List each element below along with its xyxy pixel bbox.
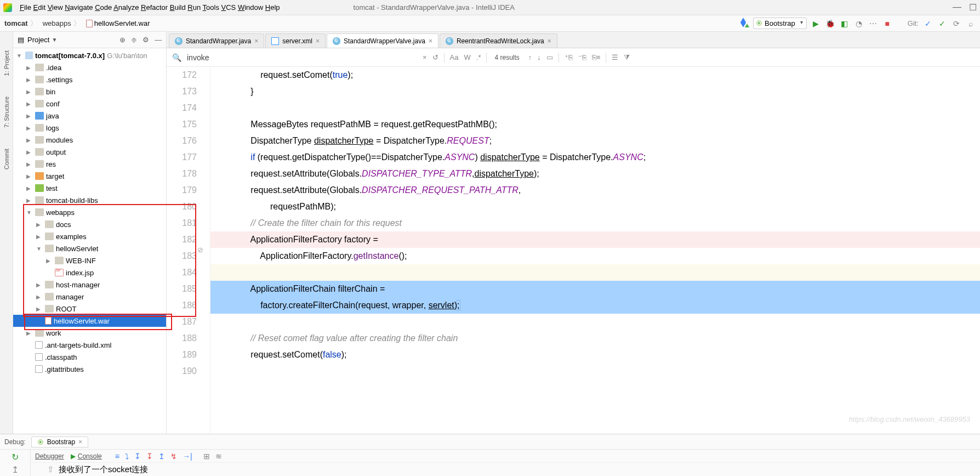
tree-item[interactable]: ▶bin [13, 86, 166, 98]
attach-icon[interactable]: ⋯ [868, 19, 878, 28]
select-all-icon[interactable]: ▭ [546, 53, 553, 61]
tree-item[interactable]: ▶conf [13, 98, 166, 110]
sidebar-dropdown-icon[interactable]: ▼ [52, 37, 57, 43]
find-close-icon[interactable]: × [423, 53, 427, 61]
code-line[interactable]: ApplicationFilterFactory.getInstance(); [210, 248, 980, 264]
code-line[interactable]: ApplicationFilterFactory factory = [210, 231, 980, 248]
tree-item[interactable]: ▶host-manager [13, 279, 166, 291]
line-number[interactable]: 185 [167, 281, 197, 297]
menu-tools[interactable]: Tools [203, 3, 219, 12]
code-line[interactable]: // Reset comet flag value after creating… [210, 330, 980, 347]
line-number[interactable]: 178 [167, 166, 197, 182]
code-line[interactable]: ApplicationFilterChain filterChain = [210, 281, 980, 297]
code-line[interactable]: request.setAttribute(Globals.DISPATCHER_… [210, 166, 980, 182]
select-all-occurrences-icon[interactable]: ⎘≡ [592, 53, 601, 61]
editor-tab[interactable]: server.xml× [265, 33, 326, 48]
filter-icon[interactable]: ☰ [612, 53, 618, 61]
match-case-icon[interactable]: Aa [450, 53, 459, 61]
code-line[interactable]: MessageBytes requestPathMB = request.get… [210, 116, 980, 133]
git-commit-icon[interactable]: ✓ [937, 19, 947, 28]
line-number[interactable]: 177 [167, 149, 197, 166]
funnel-icon[interactable]: ⧩ [624, 53, 630, 62]
add-selection-icon[interactable]: ⁺⎘ [565, 53, 573, 61]
step-over-icon[interactable]: ⤵ [125, 452, 129, 461]
code-content[interactable]: request.setComet(true); } MessageBytes r… [210, 67, 980, 434]
threads-icon[interactable]: ≡ [115, 452, 119, 461]
profile-icon[interactable]: ◔ [854, 19, 864, 28]
tree-root[interactable]: ▼tomcat [tomcat-7.0.x]G:\lu'ban\ton [13, 49, 166, 61]
select-opened-file-icon[interactable]: ⊕ [119, 36, 126, 44]
stop-icon[interactable]: ■ [882, 19, 892, 28]
code-line[interactable] [210, 314, 980, 330]
code-line[interactable] [210, 264, 980, 281]
line-number[interactable]: 174 [167, 100, 197, 116]
menu-analyze[interactable]: Analyze [113, 3, 139, 12]
line-number[interactable]: 190 [167, 363, 197, 379]
code-line[interactable] [210, 100, 980, 116]
drop-frame-icon[interactable]: ↯ [170, 452, 177, 461]
tree-item[interactable]: ▶logs [13, 122, 166, 134]
menu-help[interactable]: Help [265, 3, 280, 12]
tree-item[interactable]: index.jsp [13, 267, 166, 279]
line-number[interactable]: 184 [167, 264, 197, 281]
line-number[interactable]: 172 [167, 67, 197, 83]
menu-refactor[interactable]: Refactor [141, 3, 168, 12]
project-tree[interactable]: ▼tomcat [tomcat-7.0.x]G:\lu'ban\ton▶.ide… [13, 48, 166, 375]
line-number[interactable]: 186 [167, 297, 197, 314]
force-step-into-icon[interactable]: ↧ [146, 452, 153, 461]
tree-item[interactable]: .classpath [13, 351, 166, 363]
words-icon[interactable]: W [464, 53, 471, 61]
tree-item[interactable]: ▼webapps [13, 206, 166, 218]
tree-item[interactable]: ▶modules [13, 134, 166, 146]
tree-item[interactable]: ▶.idea [13, 61, 166, 73]
tree-item[interactable]: ▶.settings [13, 73, 166, 86]
menu-window[interactable]: Window [238, 3, 263, 12]
console-tab[interactable]: ▶Console [71, 452, 102, 460]
remove-selection-icon[interactable]: ⁻⎘ [578, 53, 586, 61]
evaluate-icon[interactable]: ⊞ [203, 452, 210, 461]
code-line[interactable]: request.setComet(false); [210, 347, 980, 363]
regex-icon[interactable]: .* [476, 53, 481, 61]
debug-icon[interactable]: 🐞 [825, 19, 835, 28]
menu-run[interactable]: Run [187, 3, 201, 12]
breadcrumb-root[interactable]: tomcat〉 [4, 19, 39, 29]
tree-item[interactable]: ▶manager [13, 291, 166, 303]
line-number[interactable]: 173 [167, 83, 197, 100]
line-number[interactable]: 189 [167, 347, 197, 363]
find-input[interactable] [187, 53, 417, 62]
tree-item[interactable]: ▶res [13, 158, 166, 170]
menu-edit[interactable]: Edit [33, 3, 45, 12]
code-line[interactable]: request.setComet(true); [210, 67, 980, 83]
minimize-icon[interactable]: — [953, 2, 961, 13]
code-editor[interactable]: ⊘ 17217317417517617717817918018118218318… [167, 67, 980, 434]
tree-item[interactable]: ▶test [13, 182, 166, 194]
menu-code[interactable]: Code [95, 3, 112, 12]
prev-match-icon[interactable]: ↑ [528, 53, 532, 61]
tree-item[interactable]: hellowServlet.war [13, 315, 166, 327]
close-icon[interactable]: × [316, 37, 320, 45]
build-project-icon[interactable] [739, 18, 749, 29]
tree-item[interactable]: ▶java [13, 110, 166, 122]
settings-gear-icon[interactable]: ⚙ [143, 36, 149, 44]
tree-item[interactable]: ▶tomcat-build-libs [13, 194, 166, 206]
toolwin-structure[interactable]: 7: Structure [2, 94, 11, 130]
tree-item[interactable]: ▼hellowServlet [13, 242, 166, 254]
tree-item[interactable]: ▶output [13, 146, 166, 158]
line-number[interactable]: 188 [167, 330, 197, 347]
tree-item[interactable]: ▶target [13, 170, 166, 182]
line-number[interactable]: 183 [167, 248, 197, 264]
run-to-cursor-icon[interactable]: →| [183, 452, 192, 461]
search-everywhere-icon[interactable]: ⌕ [966, 19, 976, 28]
menu-build[interactable]: Build [170, 3, 186, 12]
code-line[interactable]: factory.createFilterChain(request, wrapp… [210, 297, 980, 314]
step-out-icon[interactable]: ↥ [158, 452, 165, 461]
tree-item[interactable]: ▶work [13, 327, 166, 339]
hide-icon[interactable]: — [155, 36, 162, 44]
line-number[interactable]: 179 [167, 182, 197, 199]
tree-item[interactable]: .ant-targets-build.xml [13, 339, 166, 351]
trace-icon[interactable]: ≋ [215, 452, 222, 461]
code-line[interactable]: requestPathMB); [210, 199, 980, 215]
git-update-icon[interactable]: ✓ [923, 19, 933, 28]
line-number[interactable]: 182 [167, 231, 197, 248]
code-line[interactable] [210, 363, 980, 379]
